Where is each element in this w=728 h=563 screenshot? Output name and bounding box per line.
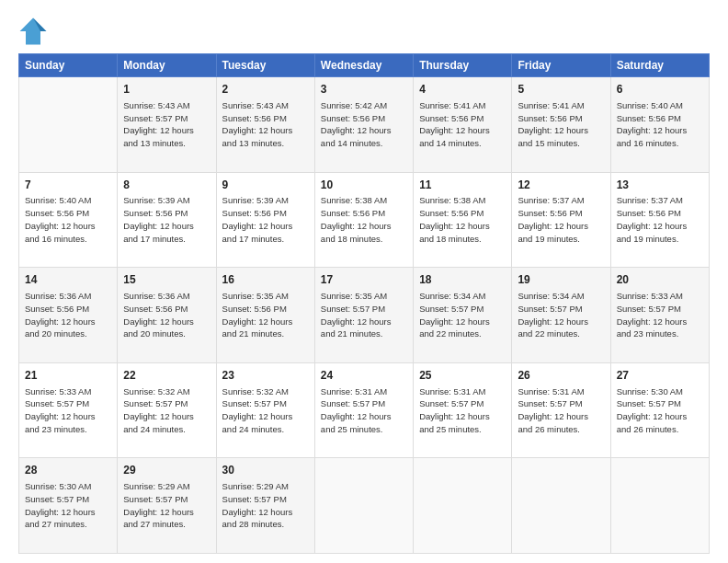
cell-info: Sunrise: 5:30 AMSunset: 5:57 PMDaylight:…: [25, 480, 111, 531]
day-number: 21: [25, 368, 111, 384]
day-number: 5: [518, 82, 604, 98]
cell-info: Sunrise: 5:30 AMSunset: 5:57 PMDaylight:…: [617, 385, 703, 436]
cell-info: Sunrise: 5:41 AMSunset: 5:56 PMDaylight:…: [419, 99, 506, 150]
day-number: 23: [222, 368, 309, 384]
week-row-2: 14Sunrise: 5:36 AMSunset: 5:56 PMDayligh…: [19, 268, 710, 363]
cell-info: Sunrise: 5:33 AMSunset: 5:57 PMDaylight:…: [617, 290, 703, 340]
calendar-cell: 7Sunrise: 5:40 AMSunset: 5:56 PMDaylight…: [19, 172, 118, 268]
calendar-cell: 15Sunrise: 5:36 AMSunset: 5:56 PMDayligh…: [118, 268, 216, 363]
calendar-cell: 5Sunrise: 5:41 AMSunset: 5:56 PMDaylight…: [512, 77, 610, 173]
calendar-cell: 2Sunrise: 5:43 AMSunset: 5:56 PMDaylight…: [216, 77, 314, 173]
cell-info: Sunrise: 5:37 AMSunset: 5:56 PMDaylight:…: [518, 194, 604, 245]
logo: [18, 17, 51, 46]
cell-info: Sunrise: 5:37 AMSunset: 5:56 PMDaylight:…: [617, 194, 703, 245]
header: [18, 17, 710, 46]
calendar-cell: 4Sunrise: 5:41 AMSunset: 5:56 PMDaylight…: [414, 77, 512, 173]
calendar-cell: 6Sunrise: 5:40 AMSunset: 5:56 PMDaylight…: [610, 77, 709, 173]
cell-info: Sunrise: 5:35 AMSunset: 5:56 PMDaylight:…: [222, 290, 309, 340]
cell-info: Sunrise: 5:36 AMSunset: 5:56 PMDaylight:…: [25, 290, 111, 340]
calendar-cell: 21Sunrise: 5:33 AMSunset: 5:57 PMDayligh…: [19, 362, 118, 458]
calendar-cell: 23Sunrise: 5:32 AMSunset: 5:57 PMDayligh…: [216, 362, 314, 458]
logo-icon: [18, 17, 48, 46]
day-number: 4: [419, 82, 506, 98]
day-number: 30: [222, 463, 309, 478]
cell-info: Sunrise: 5:31 AMSunset: 5:57 PMDaylight:…: [419, 385, 506, 436]
week-row-1: 7Sunrise: 5:40 AMSunset: 5:56 PMDaylight…: [19, 172, 710, 268]
day-number: 7: [25, 178, 111, 193]
calendar-cell: [314, 458, 413, 554]
cell-info: Sunrise: 5:38 AMSunset: 5:56 PMDaylight:…: [419, 194, 506, 245]
calendar-cell: 28Sunrise: 5:30 AMSunset: 5:57 PMDayligh…: [19, 458, 118, 554]
col-header-monday: Monday: [118, 54, 216, 77]
day-number: 13: [617, 178, 703, 193]
day-number: 2: [222, 82, 309, 98]
day-number: 18: [419, 272, 506, 288]
day-number: 20: [617, 272, 703, 288]
cell-info: Sunrise: 5:41 AMSunset: 5:56 PMDaylight:…: [518, 99, 604, 150]
day-number: 16: [222, 272, 309, 288]
calendar-cell: [414, 458, 512, 554]
calendar-cell: 27Sunrise: 5:30 AMSunset: 5:57 PMDayligh…: [610, 362, 709, 458]
cell-info: Sunrise: 5:39 AMSunset: 5:56 PMDaylight:…: [123, 194, 210, 245]
cell-info: Sunrise: 5:32 AMSunset: 5:57 PMDaylight:…: [222, 385, 309, 436]
day-number: 12: [518, 178, 604, 193]
cell-info: Sunrise: 5:39 AMSunset: 5:56 PMDaylight:…: [222, 194, 309, 245]
cell-info: Sunrise: 5:38 AMSunset: 5:56 PMDaylight:…: [321, 194, 407, 245]
cell-info: Sunrise: 5:36 AMSunset: 5:56 PMDaylight:…: [123, 290, 210, 340]
cell-info: Sunrise: 5:34 AMSunset: 5:57 PMDaylight:…: [518, 290, 604, 340]
calendar-cell: 24Sunrise: 5:31 AMSunset: 5:57 PMDayligh…: [314, 362, 413, 458]
day-number: 14: [25, 272, 111, 288]
day-number: 26: [518, 368, 604, 384]
calendar-cell: 12Sunrise: 5:37 AMSunset: 5:56 PMDayligh…: [512, 172, 610, 268]
calendar-cell: [512, 458, 610, 554]
day-number: 27: [617, 368, 703, 384]
day-number: 29: [123, 463, 210, 478]
col-header-wednesday: Wednesday: [314, 54, 413, 77]
day-number: 6: [617, 82, 703, 98]
day-number: 15: [123, 272, 210, 288]
day-number: 25: [419, 368, 506, 384]
day-number: 1: [123, 82, 210, 98]
day-number: 19: [518, 272, 604, 288]
cell-info: Sunrise: 5:43 AMSunset: 5:57 PMDaylight:…: [123, 99, 210, 150]
col-header-tuesday: Tuesday: [216, 54, 314, 77]
cell-info: Sunrise: 5:43 AMSunset: 5:56 PMDaylight:…: [222, 99, 309, 150]
calendar-cell: 9Sunrise: 5:39 AMSunset: 5:56 PMDaylight…: [216, 172, 314, 268]
cell-info: Sunrise: 5:34 AMSunset: 5:57 PMDaylight:…: [419, 290, 506, 340]
calendar-cell: 1Sunrise: 5:43 AMSunset: 5:57 PMDaylight…: [118, 77, 216, 173]
cell-info: Sunrise: 5:42 AMSunset: 5:56 PMDaylight:…: [321, 99, 407, 150]
day-number: 3: [321, 82, 407, 98]
calendar-cell: 22Sunrise: 5:32 AMSunset: 5:57 PMDayligh…: [118, 362, 216, 458]
calendar-cell: 30Sunrise: 5:29 AMSunset: 5:57 PMDayligh…: [216, 458, 314, 554]
calendar-cell: 10Sunrise: 5:38 AMSunset: 5:56 PMDayligh…: [314, 172, 413, 268]
day-number: 22: [123, 368, 210, 384]
calendar-cell: 17Sunrise: 5:35 AMSunset: 5:57 PMDayligh…: [314, 268, 413, 363]
calendar-cell: 26Sunrise: 5:31 AMSunset: 5:57 PMDayligh…: [512, 362, 610, 458]
day-number: 24: [321, 368, 407, 384]
col-header-friday: Friday: [512, 54, 610, 77]
calendar-cell: 25Sunrise: 5:31 AMSunset: 5:57 PMDayligh…: [414, 362, 512, 458]
calendar-cell: 11Sunrise: 5:38 AMSunset: 5:56 PMDayligh…: [414, 172, 512, 268]
week-row-0: 1Sunrise: 5:43 AMSunset: 5:57 PMDaylight…: [19, 77, 710, 173]
week-row-4: 28Sunrise: 5:30 AMSunset: 5:57 PMDayligh…: [19, 458, 710, 554]
day-number: 8: [123, 178, 210, 193]
day-number: 17: [321, 272, 407, 288]
day-number: 11: [419, 178, 506, 193]
week-row-3: 21Sunrise: 5:33 AMSunset: 5:57 PMDayligh…: [19, 362, 710, 458]
calendar-cell: 18Sunrise: 5:34 AMSunset: 5:57 PMDayligh…: [414, 268, 512, 363]
cell-info: Sunrise: 5:32 AMSunset: 5:57 PMDaylight:…: [123, 385, 210, 436]
cell-info: Sunrise: 5:40 AMSunset: 5:56 PMDaylight:…: [617, 99, 703, 150]
cell-info: Sunrise: 5:40 AMSunset: 5:56 PMDaylight:…: [25, 194, 111, 245]
day-number: 9: [222, 178, 309, 193]
calendar-cell: 14Sunrise: 5:36 AMSunset: 5:56 PMDayligh…: [19, 268, 118, 363]
col-header-saturday: Saturday: [610, 54, 709, 77]
calendar-cell: 19Sunrise: 5:34 AMSunset: 5:57 PMDayligh…: [512, 268, 610, 363]
calendar-cell: 20Sunrise: 5:33 AMSunset: 5:57 PMDayligh…: [610, 268, 709, 363]
calendar-cell: 13Sunrise: 5:37 AMSunset: 5:56 PMDayligh…: [610, 172, 709, 268]
cell-info: Sunrise: 5:31 AMSunset: 5:57 PMDaylight:…: [321, 385, 407, 436]
col-header-sunday: Sunday: [19, 54, 118, 77]
cell-info: Sunrise: 5:33 AMSunset: 5:57 PMDaylight:…: [25, 385, 111, 436]
cell-info: Sunrise: 5:31 AMSunset: 5:57 PMDaylight:…: [518, 385, 604, 436]
cell-info: Sunrise: 5:35 AMSunset: 5:57 PMDaylight:…: [321, 290, 407, 340]
day-number: 28: [25, 463, 111, 478]
